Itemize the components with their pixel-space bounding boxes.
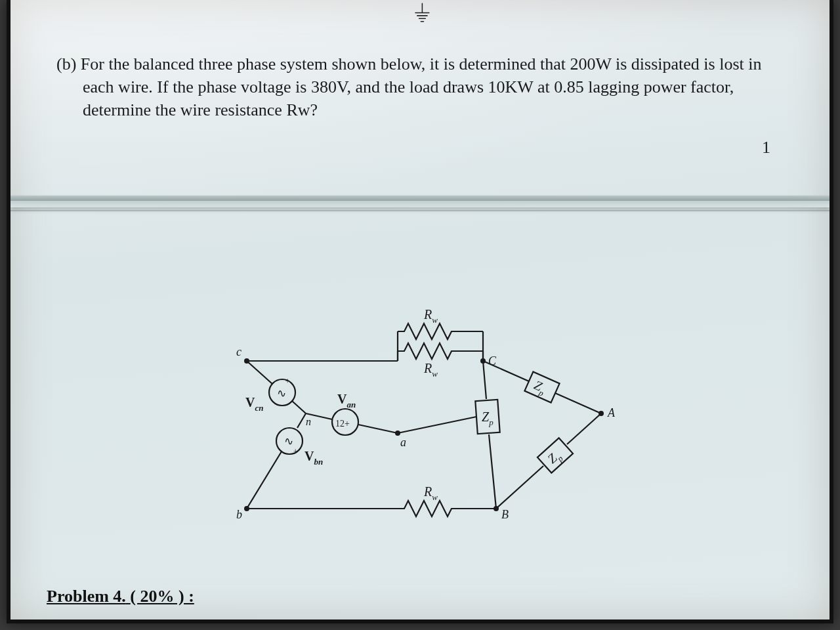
node-c: c	[236, 345, 242, 358]
label-van: Van	[337, 392, 356, 410]
svg-line-30	[555, 393, 601, 413]
svg-rect-29	[524, 371, 559, 402]
problem-body: For the balanced three phase system show…	[81, 54, 762, 119]
svg-text:∿: ∿	[284, 435, 293, 448]
problem-label: (b)	[56, 54, 76, 74]
page-number: 1	[762, 138, 770, 158]
label-zp-ab: Zp	[545, 448, 566, 469]
svg-line-0	[292, 401, 306, 413]
page-crease	[10, 196, 830, 207]
label-rw-top2: Rw	[423, 361, 438, 379]
next-problem-title: Problem 4.	[47, 587, 126, 606]
node-n: n	[306, 416, 311, 427]
svg-line-37	[398, 417, 476, 433]
svg-text:+: +	[293, 447, 298, 456]
node-b: b	[236, 508, 242, 521]
next-problem-weight: ( 20% ) :	[130, 587, 194, 606]
label-vcn: Vcn	[245, 395, 263, 413]
problem-statement: (b) For the balanced three phase system …	[56, 52, 777, 121]
svg-line-10	[297, 413, 306, 428]
svg-line-33	[496, 466, 543, 509]
node-A: A	[607, 406, 616, 419]
svg-line-34	[483, 361, 486, 399]
svg-text:+: +	[285, 377, 290, 386]
svg-line-36	[489, 434, 496, 509]
circuit-diagram: ∿ + Vcn 12+ Van ∿ + Vbn n c b a	[207, 282, 627, 545]
label-rw-top1: Rw	[423, 307, 438, 325]
label-vbn: Vbn	[304, 449, 323, 467]
svg-line-14	[247, 452, 282, 509]
svg-line-8	[358, 425, 398, 433]
label-rw-bottom: Rw	[423, 484, 438, 502]
node-a: a	[400, 436, 406, 449]
svg-line-4	[247, 361, 272, 384]
next-problem-heading: Problem 4. ( 20% ) :	[47, 587, 194, 606]
ground-symbol-top: ⏚	[415, 0, 429, 25]
paper-glare	[7, 0, 833, 262]
page-crease-line	[10, 210, 830, 211]
document-page: ⏚ (b) For the balanced three phase syste…	[7, 0, 833, 623]
svg-line-28	[483, 361, 529, 381]
handwritten-note: 12+	[335, 419, 350, 429]
node-B: B	[501, 508, 509, 521]
svg-line-31	[567, 413, 601, 444]
svg-text:∿: ∿	[277, 387, 286, 400]
label-zp-cb: Zp	[482, 410, 494, 427]
